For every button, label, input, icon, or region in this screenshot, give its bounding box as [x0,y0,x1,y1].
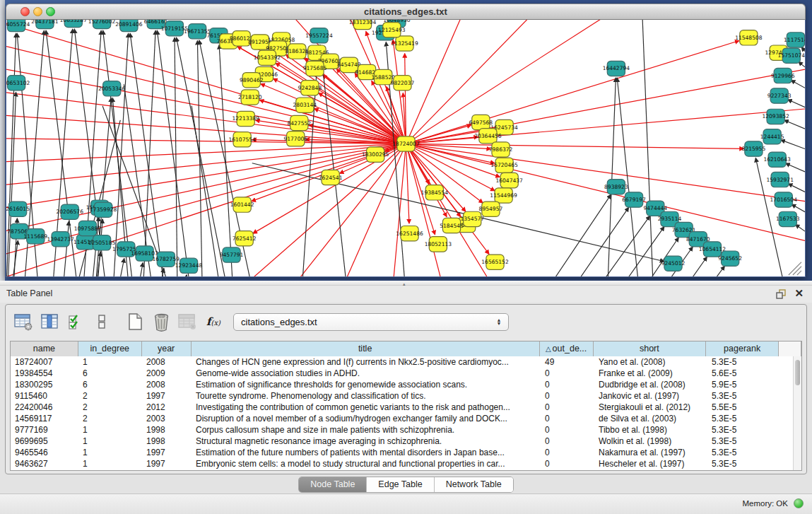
table-cell[interactable]: Franke et al. (2009) [594,368,707,379]
table-cell[interactable]: Wolkin et al. (1998) [594,436,707,447]
table-cell[interactable]: Investigating the contribution of common… [192,402,541,413]
close-traffic-light-icon[interactable] [20,7,30,16]
table-cell[interactable]: 5.5E-5 [707,402,780,413]
table-cell[interactable]: Dudbridge et al. (2008) [594,379,707,390]
table-cell[interactable]: 9115460 [11,390,78,402]
table-row[interactable]: 946554611997Estimation of the future num… [11,447,801,458]
column-visibility-button[interactable] [39,310,60,333]
network-graph[interactable]: 1872400714055724204371811065328715276002… [6,20,805,276]
table-cell[interactable]: 9777169 [11,424,78,436]
table-cell[interactable]: de Silva et al. (2003) [594,413,707,424]
table-cell[interactable]: Stergiakouli et al. (2012) [594,402,707,413]
table-row[interactable]: 946362711997Embryonic stem cells: a mode… [11,458,801,469]
table-cell[interactable]: 5.6E-5 [707,368,780,379]
table-cell[interactable]: Embryonic stem cells: a model to study s… [192,458,541,469]
table-cell[interactable]: 2008 [142,379,192,390]
table-cell[interactable]: 1997 [142,447,192,458]
table-cell[interactable]: 5.3E-5 [707,413,780,424]
create-column-button[interactable] [124,310,146,333]
table-row[interactable]: 1938455462009Genome-wide association stu… [11,368,801,379]
table-cell[interactable]: 5.9E-5 [707,379,780,390]
network-window[interactable]: citations_edges.txt 18724007140557242043… [6,4,806,277]
table-cell[interactable]: 2009 [142,368,192,379]
tab-node-table[interactable]: Node Table [299,477,366,492]
table-cell[interactable]: 0 [541,368,594,379]
table-cell[interactable]: 2003 [142,413,192,424]
table-cell[interactable]: 0 [541,424,594,436]
network-canvas[interactable]: 1872400714055724204371811065328715276002… [6,20,806,277]
table-cell[interactable]: 1998 [142,424,192,436]
table-cell[interactable]: Tourette syndrome. Phenomenology and cla… [192,390,541,402]
table-cell[interactable]: 0 [541,436,594,447]
table-cell[interactable]: 1 [78,458,142,469]
table-cell[interactable]: 9463627 [11,458,78,469]
table-cell[interactable]: 1997 [142,390,192,402]
table-cell[interactable]: 18300295 [11,379,78,390]
table-cell[interactable]: Disruption of a novel member of a sodium… [192,413,541,424]
table-cell[interactable]: Estimation of significance thresholds fo… [192,379,541,390]
table-cell[interactable]: 2 [78,390,142,402]
column-header[interactable]: pagerank [706,341,779,356]
column-header[interactable]: year [142,341,192,356]
table-cell[interactable]: 0 [541,402,594,413]
table-cell[interactable]: 2012 [142,402,192,413]
tab-network-table[interactable]: Network Table [434,477,513,492]
row-height-button[interactable] [91,310,112,333]
table-row[interactable]: 969969511998Structural magnetic resonanc… [11,436,801,447]
column-header[interactable]: short [594,341,707,356]
table-cell[interactable]: 1997 [142,458,192,469]
table-cell[interactable]: 2 [78,413,142,424]
table-cell[interactable]: Jankovic et al. (1997) [594,390,707,402]
table-options-button[interactable] [13,310,34,333]
table-cell[interactable]: 49 [541,356,594,368]
table-cell[interactable]: 1 [78,436,142,447]
column-header[interactable]: in_degree [78,341,142,356]
table-cell[interactable]: Hescheler et al. (1997) [594,458,707,469]
table-row[interactable]: 1830029562008Estimation of significance … [11,379,801,390]
delete-column-button[interactable] [151,310,172,333]
table-cell[interactable]: 1998 [142,436,192,447]
table-cell[interactable]: 18724007 [11,356,78,368]
function-builder-button[interactable]: f(x) [203,310,224,333]
table-cell[interactable]: Genome-wide association studies in ADHD. [192,368,541,379]
table-cell[interactable]: 1 [78,356,142,368]
column-header[interactable]: △out_de... [540,341,594,356]
column-header[interactable]: title [192,341,540,356]
table-cell[interactable]: 0 [541,447,594,458]
network-window-titlebar[interactable]: citations_edges.txt [6,4,806,20]
table-cell[interactable]: Estimation of the future numbers of pati… [192,447,541,458]
table-cell[interactable]: 0 [541,458,594,469]
table-cell[interactable]: 2 [78,402,142,413]
table-cell[interactable]: 5.3E-5 [707,356,780,368]
table-cell[interactable]: 14569117 [11,413,78,424]
table-cell[interactable]: 0 [541,379,594,390]
panel-splitter[interactable]: ▴ [0,281,812,286]
table-row[interactable]: 1872400712008Changes of HCN gene express… [11,356,801,368]
scrollbar-thumb[interactable] [795,360,800,385]
table-cell[interactable]: 0 [541,390,594,402]
close-panel-icon[interactable]: ✕ [794,287,804,300]
tab-edge-table[interactable]: Edge Table [366,477,433,492]
delete-table-button[interactable] [177,310,198,333]
minimize-traffic-light-icon[interactable] [33,7,42,16]
table-cell[interactable]: Changes of HCN gene expression and I(f) … [192,356,541,368]
table-cell[interactable]: Yano et al. (2008) [594,356,707,368]
float-window-icon[interactable] [775,288,787,300]
column-header[interactable] [779,341,801,356]
table-cell[interactable]: 5.3E-5 [707,390,780,402]
table-cell[interactable]: 5.3E-5 [707,436,780,447]
memory-status-indicator[interactable] [794,498,804,508]
table-cell[interactable]: Corpus callosum shape and size in male p… [192,424,541,436]
table-cell[interactable]: 19384554 [11,368,78,379]
table-cell[interactable]: 6 [78,368,142,379]
table-cell[interactable]: 9699695 [11,436,78,447]
table-row[interactable]: 977716911998Corpus callosum shape and si… [11,424,801,436]
table-cell[interactable]: Tibbo et al. (1998) [594,424,707,436]
table-cell[interactable]: 1 [78,447,142,458]
table-cell[interactable]: 2008 [142,356,192,368]
table-scrollbar[interactable] [793,356,801,470]
table-cell[interactable]: 5.3E-5 [707,458,780,469]
table-cell[interactable]: 6 [78,379,142,390]
column-header[interactable]: name [11,341,78,356]
table-cell[interactable]: Structural magnetic resonance image aver… [192,436,541,447]
